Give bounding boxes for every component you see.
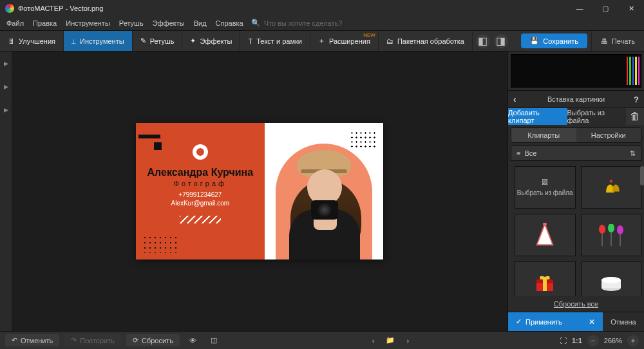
undo-button[interactable]: ↶ Отменить <box>5 334 59 346</box>
filter-dropdown[interactable]: ≡ Все ⇅ <box>511 146 641 161</box>
card-zigzag <box>180 216 221 223</box>
fit-icon[interactable]: ⛶ <box>560 337 567 344</box>
back-icon[interactable]: ‹ <box>513 94 516 104</box>
svg-point-2 <box>543 223 547 226</box>
window-maximize-button[interactable]: ▢ <box>592 0 618 17</box>
window-close-button[interactable]: ✕ <box>618 0 644 17</box>
reset-all-link[interactable]: Сбросить все <box>508 296 644 312</box>
sub-tabs: Клипарты Настройки <box>511 127 641 143</box>
stack-icon: 🗂 <box>386 37 393 45</box>
save-label: Сохранить <box>543 37 578 45</box>
card-right-panel <box>265 123 383 259</box>
workspace: ▸ ▸ ▸ Александра Курчина Фотограф +79991… <box>0 52 644 331</box>
zoom-value: 266% <box>604 337 622 344</box>
tool-instruments[interactable]: ⟂ Инструменты <box>64 31 133 51</box>
eye-toggle[interactable]: 👁 <box>185 334 201 347</box>
zoom-out-button[interactable]: − <box>587 335 599 346</box>
svg-rect-11 <box>543 279 547 291</box>
tool-batch-label: Пакетная обработка <box>397 37 464 45</box>
card-photographer-image <box>279 150 369 259</box>
tool-text-label: Текст и рамки <box>256 37 302 45</box>
handle-icon[interactable]: ▸ <box>4 104 8 115</box>
histogram-preview[interactable] <box>511 54 641 88</box>
chevron-updown-icon: ⇅ <box>630 149 636 158</box>
menu-effects[interactable]: Эффекты <box>149 18 189 28</box>
menu-view[interactable]: Вид <box>190 18 211 28</box>
svg-point-14 <box>601 277 621 283</box>
tool-batch[interactable]: 🗂 Пакетная обработка <box>379 31 473 51</box>
panel-header: ‹ Вставка картинки ? <box>508 90 644 108</box>
browse-button[interactable]: 📁 <box>381 334 399 347</box>
menu-edit[interactable]: Правка <box>29 18 61 28</box>
cancel-button[interactable]: Отмена <box>603 312 644 331</box>
compare-toggle[interactable]: ◫ <box>206 334 222 347</box>
menu-file[interactable]: Файл <box>3 18 28 28</box>
next-image-button[interactable]: › <box>402 334 413 347</box>
refresh-icon: ⟳ <box>133 336 138 344</box>
handle-icon[interactable]: ▸ <box>4 58 8 68</box>
app-title: ФотоМАСТЕР <box>18 5 64 12</box>
delete-button[interactable]: 🗑 <box>626 108 644 125</box>
card-name: Александра Курчина <box>145 167 256 178</box>
sliders-icon: 🎚 <box>8 37 15 45</box>
card-left-panel: Александра Курчина Фотограф +79991234627… <box>136 123 265 259</box>
tool-improve-label: Улучшения <box>19 37 55 45</box>
new-badge: NEW <box>363 32 375 38</box>
save-button[interactable]: 💾 Сохранить <box>521 33 587 48</box>
file-name: Vector.png <box>70 5 103 12</box>
close-apply-icon[interactable]: ✕ <box>589 317 595 326</box>
tab-add-clipart[interactable]: Добавить клипарт <box>508 108 567 125</box>
svg-point-3 <box>599 225 605 234</box>
subtab-cliparts[interactable]: Клипарты <box>511 128 576 142</box>
tool-improve[interactable]: 🎚 Улучшения <box>0 31 64 51</box>
svg-point-0 <box>609 180 612 183</box>
window-minimize-button[interactable]: ― <box>567 0 592 17</box>
menubar: Файл Правка Инструменты Ретушь Эффекты В… <box>0 17 644 31</box>
clipart-party-hat[interactable] <box>515 214 576 256</box>
card-dots-bottom <box>142 235 178 253</box>
plus-icon: ＋ <box>318 36 325 46</box>
zoom-in-button[interactable]: + <box>627 335 639 346</box>
tool-effects[interactable]: ✦ Эффекты <box>182 31 240 51</box>
gallery-scrollbar[interactable] <box>640 166 644 185</box>
tool-retouch-label: Ретушь <box>150 37 175 45</box>
tool-extensions[interactable]: ＋ Расширения NEW <box>310 31 379 51</box>
clipart-gift[interactable] <box>515 261 576 296</box>
bottom-bar: ↶ Отменить ↷ Повторить ⟳ Сбросить 👁 ◫ ‹ … <box>0 331 644 349</box>
apply-button[interactable]: ✓ Применить ✕ <box>508 312 603 331</box>
clipart-cake[interactable] <box>581 261 642 296</box>
adjust-icon-2[interactable]: ◨ <box>494 34 508 48</box>
right-panel: ‹ Вставка картинки ? Добавить клипарт Вы… <box>507 52 644 331</box>
title-sep: - <box>64 5 70 12</box>
check-icon: ✓ <box>516 317 522 326</box>
undo-icon: ↶ <box>12 336 17 344</box>
search-hint[interactable]: Что вы хотите сделать? <box>264 19 343 27</box>
zoom-ratio[interactable]: 1:1 <box>572 337 582 344</box>
clipart-balloons[interactable] <box>581 214 642 256</box>
redo-button[interactable]: ↷ Повторить <box>64 334 121 346</box>
menu-retouch[interactable]: Ретушь <box>115 18 147 28</box>
tool-retouch[interactable]: ✎ Ретушь <box>133 31 183 51</box>
menu-tools[interactable]: Инструменты <box>62 18 114 28</box>
undo-label: Отменить <box>21 337 53 344</box>
subtab-settings[interactable]: Настройки <box>576 128 641 142</box>
apply-row: ✓ Применить ✕ Отмена <box>508 312 644 331</box>
business-card[interactable]: Александра Курчина Фотограф +79991234627… <box>136 123 383 259</box>
help-icon[interactable]: ? <box>634 95 639 104</box>
upload-from-file-cell[interactable]: 🖼 Выбрать из файла <box>515 166 576 209</box>
tool-effects-label: Эффекты <box>200 37 232 45</box>
canvas-area[interactable]: Александра Курчина Фотограф +79991234627… <box>12 52 507 331</box>
reset-button[interactable]: ⟳ Сбросить <box>126 334 180 346</box>
tool-text-frames[interactable]: Т Текст и рамки <box>240 31 310 51</box>
menu-help[interactable]: Справка <box>212 18 247 28</box>
clipart-bells[interactable] <box>581 166 642 209</box>
print-button[interactable]: 🖶 Печать <box>591 31 644 51</box>
adjust-icon-1[interactable]: ◧ <box>476 34 490 48</box>
search-icon[interactable]: 🔍 <box>251 19 260 27</box>
handle-icon[interactable]: ▸ <box>4 81 8 91</box>
tab-from-file[interactable]: Выбрать из файла <box>567 108 627 125</box>
prev-image-button[interactable]: ‹ <box>368 334 379 347</box>
upload-label: Выбрать из файла <box>517 189 573 196</box>
insert-tabs: Добавить клипарт Выбрать из файла 🗑 <box>508 108 644 125</box>
card-accent-bars <box>136 135 163 145</box>
